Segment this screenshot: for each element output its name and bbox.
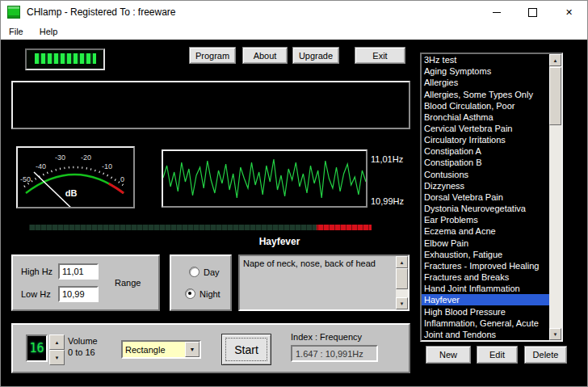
list-scroll-up-button[interactable]: ▲: [549, 54, 561, 66]
list-item[interactable]: Dizzyness: [422, 180, 549, 191]
list-scroll-down-button[interactable]: ▼: [549, 328, 561, 340]
list-item[interactable]: Ear Problems: [422, 214, 549, 225]
low-hz-label: Low Hz: [21, 289, 51, 299]
list-item[interactable]: 3Hz test: [422, 54, 549, 65]
meter-scale-20: -20: [81, 154, 91, 162]
low-hz-input[interactable]: [58, 286, 99, 302]
scroll-up-icon: ▲: [400, 260, 405, 265]
list-item[interactable]: Allergies: [422, 77, 549, 88]
list-item[interactable]: Hayfever: [422, 294, 549, 305]
meter-scale-40: -40: [36, 162, 46, 170]
progress-bar: [29, 225, 372, 230]
list-item[interactable]: Blood Circulation, Poor: [422, 100, 549, 111]
list-item[interactable]: Fractures and Breaks: [422, 271, 549, 283]
menu-file[interactable]: File: [1, 23, 32, 40]
close-icon: ✕: [565, 7, 573, 18]
scope-low-freq-label: 10,99Hz: [371, 196, 404, 206]
maximize-button[interactable]: [514, 1, 551, 23]
list-item[interactable]: Constipation A: [422, 145, 549, 157]
list-item[interactable]: Contusions: [422, 169, 549, 180]
current-treatment-label: Hayfever: [162, 236, 397, 247]
night-radio-icon: [185, 288, 195, 299]
exit-button[interactable]: Exit: [355, 47, 405, 64]
list-item[interactable]: Dorsal Vetebra Pain: [422, 191, 549, 203]
meter-unit-label: dB: [65, 188, 78, 198]
volume-down-button[interactable]: ▼: [49, 350, 65, 365]
app-window: CHlamp - Registered To : freeware ✕ File…: [0, 0, 588, 387]
control-panel: 16 ▲ ▼ Volume 0 to 16 Rectangle ▼ Start …: [11, 323, 410, 373]
scroll-down-icon: ▼: [553, 332, 558, 337]
scroll-down-button[interactable]: ▼: [396, 297, 408, 309]
about-button[interactable]: About: [242, 47, 288, 64]
program-button[interactable]: Program: [189, 47, 236, 64]
range-label: Range: [115, 278, 141, 288]
waveform-trace: [163, 159, 366, 198]
meter-scale-0: 0: [120, 175, 124, 183]
list-item[interactable]: Bronchial Asthma: [422, 111, 549, 123]
list-item[interactable]: Constipation B: [422, 157, 549, 168]
list-item[interactable]: Aging Symptoms: [422, 65, 549, 77]
index-frequency-label: Index : Frequency: [291, 332, 362, 342]
night-radio-label: Night: [200, 289, 220, 299]
list-item[interactable]: Eczema and Acne: [422, 225, 549, 237]
db-meter-svg: -50 -40 -30 -20 -10 0 dB: [18, 148, 133, 207]
scrollbar-thumb[interactable]: [396, 268, 408, 289]
list-item[interactable]: Allergies, Some Types Only: [422, 88, 549, 99]
volume-range-label: 0 to 16: [68, 347, 95, 357]
combo-arrow-icon: ▼: [190, 347, 195, 352]
list-item[interactable]: Joint and Tendons: [422, 329, 549, 340]
volume-led-display: 16: [26, 334, 48, 362]
meter-scale-50: -50: [20, 175, 31, 183]
list-scrollbar-thumb[interactable]: [549, 67, 561, 125]
close-button[interactable]: ✕: [551, 1, 587, 23]
oscilloscope-svg: [163, 151, 366, 206]
high-hz-input[interactable]: [58, 263, 99, 280]
list-item[interactable]: High Blood Pressure: [422, 305, 549, 317]
scope-high-freq-label: 11,01Hz: [371, 154, 403, 164]
volume-up-button[interactable]: ▲: [49, 334, 65, 350]
start-button[interactable]: Start: [221, 334, 271, 365]
db-meter: -50 -40 -30 -20 -10 0 dB: [16, 146, 135, 208]
night-radio[interactable]: Night: [185, 288, 220, 299]
window-title: CHlamp - Registered To : freeware: [27, 6, 176, 18]
minimize-button[interactable]: [478, 1, 514, 23]
meter-scale-30: -30: [55, 154, 65, 162]
spinner-down-icon: ▼: [55, 355, 60, 360]
frequency-panel: High Hz Low Hz Range: [11, 254, 160, 311]
menu-bar: File Help: [1, 23, 587, 40]
app-icon: [7, 6, 20, 19]
waveform-select[interactable]: Rectangle ▼: [121, 340, 201, 359]
list-item[interactable]: Hand Joint Inflammation: [422, 283, 549, 294]
message-display: [11, 81, 410, 129]
scroll-up-button[interactable]: ▲: [396, 256, 408, 268]
waveform-dropdown-button[interactable]: ▼: [185, 342, 200, 357]
mode-panel: Day Night: [170, 254, 232, 311]
volume-spinner: ▲ ▼: [49, 334, 63, 362]
title-bar: CHlamp - Registered To : freeware ✕: [1, 1, 587, 23]
treatment-listbox: 3Hz testAging SymptomsAllergiesAllergies…: [420, 53, 563, 342]
day-radio-label: Day: [204, 267, 220, 277]
list-item[interactable]: Circulatory Irritations: [422, 134, 549, 145]
list-item[interactable]: Fractures - Improved Healing: [422, 260, 549, 271]
menu-help[interactable]: Help: [32, 23, 66, 40]
high-hz-label: High Hz: [21, 267, 52, 276]
scroll-down-icon: ▼: [400, 301, 405, 306]
waveform-selected-value: Rectangle: [123, 345, 185, 355]
day-radio[interactable]: Day: [189, 267, 220, 277]
description-scrollbar[interactable]: ▲ ▼: [396, 256, 408, 309]
delete-button[interactable]: Delete: [524, 346, 567, 364]
edit-button[interactable]: Edit: [477, 346, 518, 364]
list-item[interactable]: Elbow Pain: [422, 238, 549, 249]
oscilloscope: [162, 149, 368, 208]
list-item[interactable]: Cervical Vertebra Pain: [422, 123, 549, 134]
list-item[interactable]: Dystonia Neurovegetativa: [422, 203, 549, 214]
new-button[interactable]: New: [426, 346, 471, 364]
list-item[interactable]: Exhaustion, Fatigue: [422, 249, 549, 260]
index-frequency-value: 1.647 : 10,991Hz: [291, 345, 378, 362]
treatment-description-box: Nape of neck, nose, back of head ▲ ▼: [238, 254, 410, 311]
list-scrollbar[interactable]: ▲ ▼: [549, 54, 561, 340]
upgrade-button[interactable]: Upgrade: [292, 47, 339, 64]
list-item[interactable]: Inflammation, General, Acute: [422, 318, 549, 329]
maximize-icon: [528, 8, 537, 17]
treatment-description: Nape of neck, nose, back of head: [243, 259, 392, 268]
